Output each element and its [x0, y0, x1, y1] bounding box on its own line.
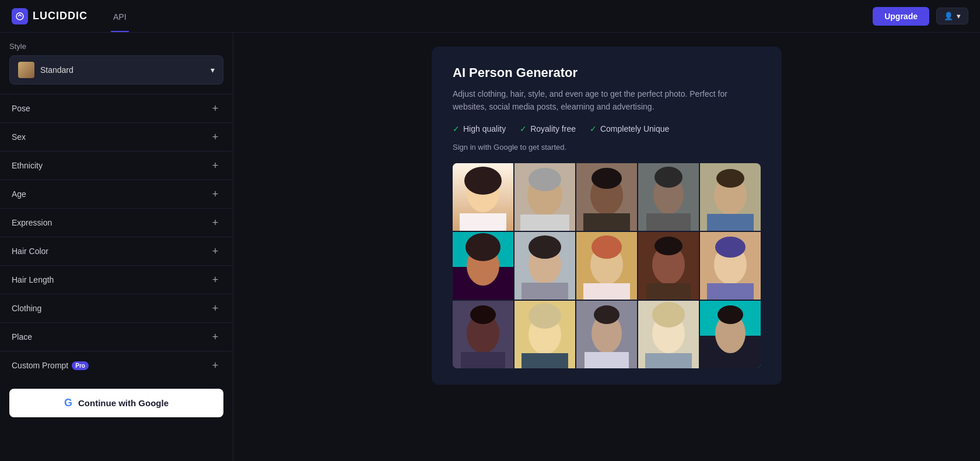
check-icon-high-quality: ✓	[453, 124, 460, 133]
filter-label-clothing: Clothing	[12, 304, 41, 313]
feature-high-quality: ✓ High quality	[453, 124, 506, 133]
card-title: AI Person Generator	[453, 65, 761, 80]
svg-rect-33	[583, 283, 630, 300]
info-card: AI Person Generator Adjust clothing, hai…	[432, 47, 782, 385]
photo-cell-8	[576, 232, 637, 300]
card-description: Adjust clothing, hair, style, and even a…	[453, 87, 761, 114]
main-content: AI Person Generator Adjust clothing, hai…	[233, 33, 980, 461]
svg-point-16	[654, 167, 682, 188]
svg-point-0	[16, 13, 23, 20]
filter-label: Pose	[12, 104, 30, 113]
filter-item-sex[interactable]: Sex +	[0, 122, 233, 151]
photo-cell-12	[514, 301, 575, 368]
svg-point-40	[715, 237, 746, 258]
sidebar: Style Standard ▾ Pose + Sex + Ethnicity …	[0, 33, 233, 461]
plus-icon-ethnicity: +	[209, 160, 221, 171]
photo-cell-3	[576, 163, 637, 231]
style-select[interactable]: Standard ▾	[9, 55, 223, 85]
continue-with-google-button[interactable]: G Continue with Google	[9, 389, 223, 417]
svg-rect-9	[520, 214, 569, 231]
filter-item-hair-color[interactable]: Hair Color +	[0, 237, 233, 265]
google-btn-wrap: G Continue with Google	[0, 379, 233, 427]
style-value: Standard	[40, 65, 74, 75]
svg-point-61	[718, 305, 743, 324]
style-label: Style	[9, 42, 223, 51]
filter-item-age[interactable]: Age +	[0, 180, 233, 208]
svg-rect-37	[646, 283, 691, 300]
logo-text: LUCIDDIC	[33, 10, 88, 22]
filter-item-place[interactable]: Place +	[0, 322, 233, 351]
filter-label-age: Age	[12, 189, 26, 199]
svg-point-32	[592, 235, 622, 259]
check-icon-completely-unique: ✓	[590, 124, 597, 133]
photo-cell-1	[453, 163, 513, 231]
svg-point-48	[528, 303, 561, 329]
main-layout: Style Standard ▾ Pose + Sex + Ethnicity …	[0, 33, 980, 461]
filter-item-clothing[interactable]: Clothing +	[0, 294, 233, 322]
svg-point-36	[654, 237, 682, 255]
photo-cell-11	[453, 301, 513, 368]
filter-label-expression: Expression	[12, 218, 52, 227]
check-icon-royalty-free: ✓	[520, 124, 527, 133]
plus-icon-hair-color: +	[209, 245, 221, 257]
photo-cell-7	[514, 232, 575, 300]
photo-cell-9	[638, 232, 699, 300]
photo-cell-13	[576, 301, 637, 368]
api-nav-item[interactable]: API	[111, 12, 129, 32]
photo-cell-14	[638, 301, 699, 368]
svg-point-12	[592, 168, 622, 189]
svg-point-52	[594, 305, 620, 324]
continue-with-google-label: Continue with Google	[78, 398, 169, 408]
photo-cell-10	[700, 232, 761, 300]
svg-rect-17	[646, 213, 691, 231]
plus-icon-expression: +	[209, 217, 221, 228]
filter-label-custom-prompt: Custom Prompt	[12, 361, 68, 370]
svg-rect-45	[461, 352, 505, 368]
photo-cell-6	[453, 232, 513, 300]
svg-point-20	[716, 169, 744, 188]
filter-item[interactable]: Pose +	[0, 94, 233, 122]
svg-rect-29	[522, 283, 568, 300]
filter-item-hair-length[interactable]: Hair Length +	[0, 265, 233, 294]
svg-point-4	[464, 167, 502, 195]
chevron-down-icon: ▾	[211, 65, 215, 75]
style-select-left: Standard	[18, 62, 74, 78]
photo-cell-5	[700, 163, 761, 231]
svg-rect-5	[460, 213, 506, 231]
filter-item-custom-prompt[interactable]: Custom Prompt Pro +	[0, 351, 233, 379]
svg-point-44	[470, 305, 496, 324]
upgrade-button[interactable]: Upgrade	[873, 7, 929, 26]
svg-rect-49	[522, 353, 568, 368]
photo-cell-4	[638, 163, 699, 231]
filter-label-place: Place	[12, 332, 32, 342]
svg-point-25	[466, 233, 501, 261]
plus-icon-place: +	[209, 331, 221, 343]
filter-label-ethnicity: Ethnicity	[12, 161, 43, 170]
pro-badge: Pro	[72, 361, 89, 370]
filter-item-expression[interactable]: Expression +	[0, 208, 233, 237]
svg-rect-57	[645, 353, 692, 368]
svg-point-28	[528, 235, 561, 259]
svg-rect-13	[583, 213, 630, 231]
plus-icon: +	[209, 103, 221, 114]
photo-cell-2	[514, 163, 575, 231]
user-menu-button[interactable]: 👤 ▾	[936, 8, 968, 24]
feature-label-high-quality: High quality	[463, 124, 506, 133]
nav-right: Upgrade 👤 ▾	[873, 7, 968, 26]
photo-grid	[453, 163, 761, 368]
filter-label-hair-length: Hair Length	[12, 275, 54, 284]
top-navigation: LUCIDDIC API Upgrade 👤 ▾	[0, 0, 980, 33]
svg-point-56	[652, 302, 685, 328]
filter-label-row-custom: Custom Prompt Pro	[12, 361, 89, 370]
signin-text: Sign in with Google to get started.	[453, 143, 761, 152]
plus-icon-age: +	[209, 188, 221, 200]
filter-item-ethnicity[interactable]: Ethnicity +	[0, 151, 233, 180]
features-row: ✓ High quality ✓ Royality free ✓ Complet…	[453, 124, 761, 133]
feature-label-royalty-free: Royality free	[530, 124, 576, 133]
plus-icon-custom: +	[209, 360, 221, 371]
svg-rect-21	[707, 214, 754, 231]
svg-rect-41	[707, 283, 754, 300]
style-section: Style Standard ▾	[0, 42, 233, 94]
svg-rect-53	[584, 352, 629, 368]
filter-label-hair-color: Hair Color	[12, 247, 48, 256]
